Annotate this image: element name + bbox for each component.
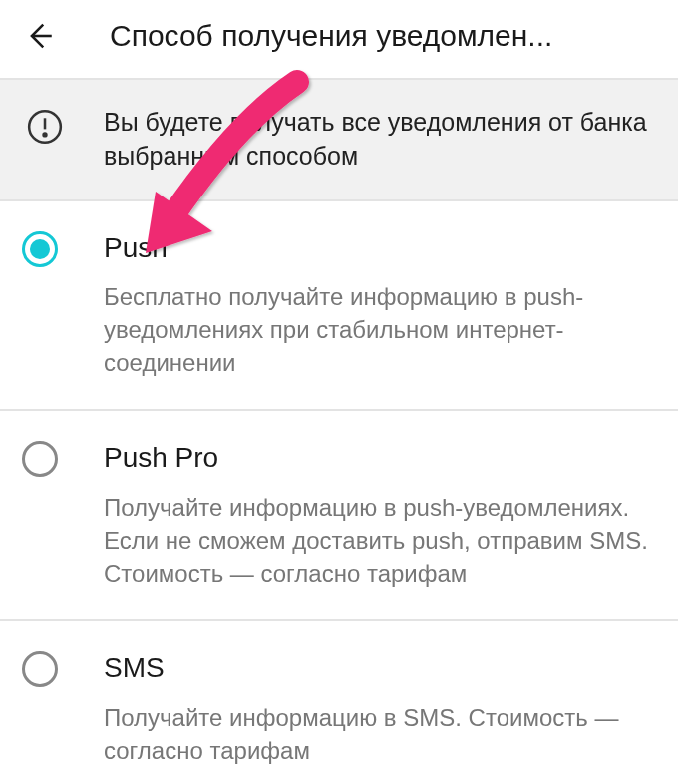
info-banner: Вы будете получать все уведомления от ба… — [0, 78, 678, 201]
radio-sms[interactable] — [22, 651, 58, 687]
info-text: Вы будете получать все уведомления от ба… — [104, 106, 648, 174]
svg-point-3 — [44, 133, 47, 136]
page-title: Способ получения уведомлен... — [110, 19, 658, 53]
option-body: Push Бесплатно получайте информацию в pu… — [104, 231, 648, 380]
option-title: Push — [104, 231, 648, 265]
option-push[interactable]: Push Бесплатно получайте информацию в pu… — [0, 201, 678, 412]
info-icon — [26, 108, 64, 146]
option-sms[interactable]: SMS Получайте информацию в SMS. Стоимост… — [0, 621, 678, 784]
option-body: SMS Получайте информацию в SMS. Стоимост… — [104, 651, 648, 767]
option-desc: Бесплатно получайте информацию в push-ув… — [104, 280, 648, 379]
radio-push-pro[interactable] — [22, 441, 58, 477]
back-button[interactable] — [20, 17, 58, 55]
option-title: Push Pro — [104, 441, 648, 475]
option-title: SMS — [104, 651, 648, 685]
option-push-pro[interactable]: Push Pro Получайте информацию в push-уве… — [0, 411, 678, 621]
arrow-left-icon — [22, 19, 56, 53]
option-body: Push Pro Получайте информацию в push-уве… — [104, 441, 648, 589]
option-desc: Получайте информацию в SMS. Стоимость — … — [104, 701, 648, 767]
option-desc: Получайте информацию в push-уведомлениях… — [104, 491, 648, 589]
header: Способ получения уведомлен... — [0, 0, 678, 78]
radio-push[interactable] — [22, 231, 58, 267]
